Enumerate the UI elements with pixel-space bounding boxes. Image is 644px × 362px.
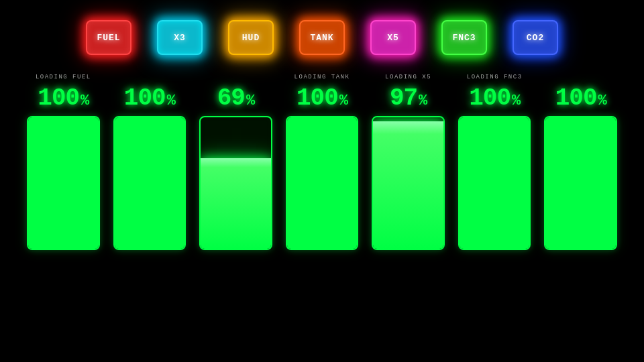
percentage-fnc3: 100% [469, 84, 520, 112]
bar-fill-tank [287, 117, 358, 249]
loading-label-fnc3: LOADING FNC3 [467, 74, 523, 83]
bar-container-fnc3 [458, 116, 531, 250]
bar-fill-fnc3 [460, 117, 530, 249]
btn-hud[interactable]: HUD [228, 20, 274, 55]
buttons-row: FUELX3HUDTANKX5FNC3CO2 [86, 20, 558, 55]
loading-label-x5: LOADING X5 [385, 74, 431, 83]
main-container: FUELX3HUDTANKX5FNC3CO2 LOADING FUEL100%1… [0, 0, 644, 362]
meter-col-x5: LOADING X597% [372, 74, 445, 250]
btn-tank[interactable]: TANK [299, 20, 345, 55]
pct-value-tank: 100 [297, 84, 338, 112]
percentage-co2: 100% [555, 84, 606, 112]
bar-container-x3 [113, 116, 186, 250]
pct-sign-x3: % [167, 93, 175, 109]
btn-fnc3[interactable]: FNC3 [441, 20, 487, 55]
percentage-fuel: 100% [38, 84, 89, 112]
pct-sign-tank: % [339, 93, 347, 109]
bar-container-tank [286, 116, 359, 250]
bar-container-co2 [544, 116, 617, 250]
pct-value-x3: 100 [124, 84, 166, 112]
meter-col-x3: 100% [113, 74, 186, 250]
meter-col-tank: LOADING TANK100% [286, 74, 359, 250]
loading-label-tank: LOADING TANK [294, 74, 350, 83]
percentage-x5: 97% [390, 84, 427, 112]
btn-fuel[interactable]: FUEL [86, 20, 131, 55]
meter-col-fnc3: LOADING FNC3100% [458, 74, 531, 250]
pct-sign-fnc3: % [512, 93, 520, 109]
loading-label-fuel: LOADING FUEL [36, 74, 91, 83]
bar-fill-hud [201, 158, 271, 249]
pct-value-hud: 69 [217, 84, 245, 112]
meter-col-fuel: LOADING FUEL100% [27, 74, 100, 250]
pct-value-x5: 97 [390, 84, 417, 112]
pct-value-co2: 100 [555, 84, 597, 112]
bar-container-hud [199, 116, 272, 250]
meter-col-co2: 100% [544, 74, 617, 250]
pct-sign-x5: % [419, 93, 427, 109]
percentage-tank: 100% [297, 84, 347, 112]
pct-sign-co2: % [598, 93, 606, 109]
percentage-x3: 100% [124, 84, 175, 112]
pct-sign-fuel: % [80, 93, 89, 109]
meters-section: LOADING FUEL100%100%69%LOADING TANK100%L… [27, 74, 617, 349]
bar-fill-x5 [373, 121, 443, 249]
pct-sign-hud: % [246, 93, 254, 109]
btn-x5[interactable]: X5 [370, 20, 416, 55]
pct-value-fuel: 100 [38, 84, 79, 112]
btn-x3[interactable]: X3 [157, 20, 203, 55]
pct-value-fnc3: 100 [469, 84, 511, 112]
bar-fill-x3 [115, 117, 185, 249]
btn-co2[interactable]: CO2 [513, 20, 558, 55]
meter-col-hud: 69% [199, 74, 272, 250]
bar-container-x5 [372, 116, 445, 250]
bar-fill-co2 [545, 117, 616, 249]
bar-container-fuel [27, 116, 100, 250]
percentage-hud: 69% [217, 84, 254, 112]
bar-fill-fuel [28, 117, 99, 249]
